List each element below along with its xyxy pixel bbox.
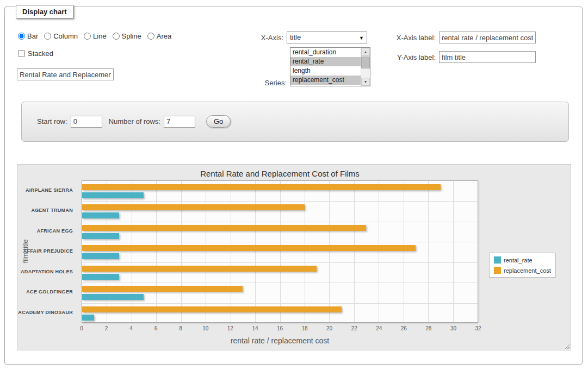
bar-replacement_cost [82,266,317,272]
x-axis-select[interactable]: title ▼ [287,32,367,43]
x-tick-label: 24 [376,325,382,331]
x-tick-label: 10 [202,325,208,331]
display-chart-panel: Display chart Bar Column Line Spline Are… [4,7,583,365]
gridline [82,262,478,263]
chart-type-spline[interactable]: Spline [113,32,141,40]
gridline [231,181,231,322]
gridline [107,181,107,322]
bar-rental_rate [82,253,119,259]
chevron-down-icon: ▼ [359,33,364,43]
bar-rental_rate [82,212,119,218]
series-select-label: Series: [240,79,290,87]
bar-rental_rate [82,294,144,300]
series-option[interactable]: rental_rate [290,57,361,66]
gridline [132,181,132,322]
stacked-checkbox[interactable] [18,50,25,57]
bar-replacement_cost [82,204,305,210]
legend-entry: rental_rate [494,256,551,264]
bar-rental_rate [82,315,94,321]
x-tick-label: 20 [326,325,332,331]
scroll-down-icon[interactable]: ▼ [361,78,370,86]
bar-replacement_cost [82,184,441,190]
x-tick-label: 0 [80,325,83,331]
legend-label: replacement_cost [504,267,551,274]
start-row-input[interactable] [71,116,102,128]
bar-replacement_cost [82,245,416,251]
x-tick-label: 28 [425,325,431,331]
x-axis-row: X-Axis: title ▼ [240,32,367,43]
legend-swatch-replacement-cost [494,267,501,274]
chart-type-column[interactable]: Column [44,32,78,40]
chart-type-spline-radio[interactable] [113,33,120,40]
gridline [379,181,379,322]
bar-replacement_cost [82,286,243,292]
x-axis-select-label: X-Axis: [240,34,287,42]
x-tick-label: 16 [277,325,283,331]
y-axis-label-input[interactable] [439,51,536,63]
series-options: rental_durationrental_ratelengthreplacem… [290,48,361,86]
gridline [82,303,478,304]
gridline [181,181,182,322]
chart-type-area[interactable]: Area [147,32,171,40]
category-labels: AIRPLANE SIERRAAGENT TRUMANAFRICAN EGGAF… [17,180,77,323]
gridline [82,201,478,202]
series-multiselect[interactable]: rental_durationrental_ratelengthreplacem… [290,47,370,86]
rows-panel-inner: Start row: Number of rows: Go [37,115,231,128]
bar-replacement_cost [82,225,366,231]
number-of-rows-label: Number of rows: [109,117,160,126]
x-tick-label: 30 [450,325,456,331]
resize-handle[interactable] [564,343,570,349]
gridline [428,181,429,322]
x-tick-label: 4 [129,325,133,331]
gridline [305,181,305,322]
x-axis-label-input[interactable] [439,32,536,43]
stacked-row: Stacked [18,49,53,58]
chart-type-area-label: Area [157,32,171,40]
chart-type-line[interactable]: Line [84,32,107,40]
bar-replacement_cost [82,306,342,312]
start-row-label: Start row: [37,117,67,126]
legend-entry: replacement_cost [494,267,551,274]
panel-legend: Display chart [16,5,73,18]
x-tick-label: 8 [179,325,182,331]
chart-title-input[interactable] [17,68,114,80]
series-option[interactable]: length [290,66,361,76]
chart-title: Rental Rate and Replacement Cost of Film… [82,169,478,178]
chart-type-bar-radio[interactable] [18,33,25,40]
x-tick-label: 32 [475,325,481,331]
legend-swatch-rental-rate [494,256,501,264]
category-label: AIRPLANE SIERRA [17,180,73,200]
number-of-rows-input[interactable] [164,116,195,128]
gridline [280,181,281,322]
series-scrollbar[interactable]: ▲ ▼ [361,48,370,86]
gridline [404,181,404,322]
go-button[interactable]: Go [206,115,231,128]
x-tick-label: 6 [154,325,158,331]
gridline [329,181,330,322]
gridline [156,181,157,322]
chart-type-column-label: Column [53,32,78,40]
bar-rental_rate [82,274,119,280]
legend-label: rental_rate [504,257,533,264]
x-tick-label: 12 [227,325,233,331]
chart-type-spline-label: Spline [122,32,141,40]
scroll-up-icon[interactable]: ▲ [361,48,370,56]
gridline [255,181,256,322]
y-axis-label-label: Y-Axis label: [382,53,436,61]
series-option[interactable]: replacement_cost [290,76,361,85]
chart-type-bar-label: Bar [27,32,38,40]
x-tick-label: 18 [302,325,308,331]
x-tick-labels: 02468101214161820222426283032 [82,325,478,332]
y-axis-label-row: Y-Axis label: [382,51,536,63]
series-option[interactable]: rental_duration [290,48,361,57]
x-tick-label: 22 [351,325,357,331]
x-axis-label-label: X-Axis label: [382,34,436,42]
chart-type-column-radio[interactable] [44,33,51,40]
chart-type-bar[interactable]: Bar [18,32,38,40]
chart-type-line-radio[interactable] [84,33,91,40]
chart-type-area-radio[interactable] [147,33,154,40]
category-label: AFRICAN EGG [17,221,73,241]
scrollbar-thumb[interactable] [361,57,370,68]
x-tick-label: 26 [401,325,407,331]
x-axis-select-value: title [290,33,301,41]
